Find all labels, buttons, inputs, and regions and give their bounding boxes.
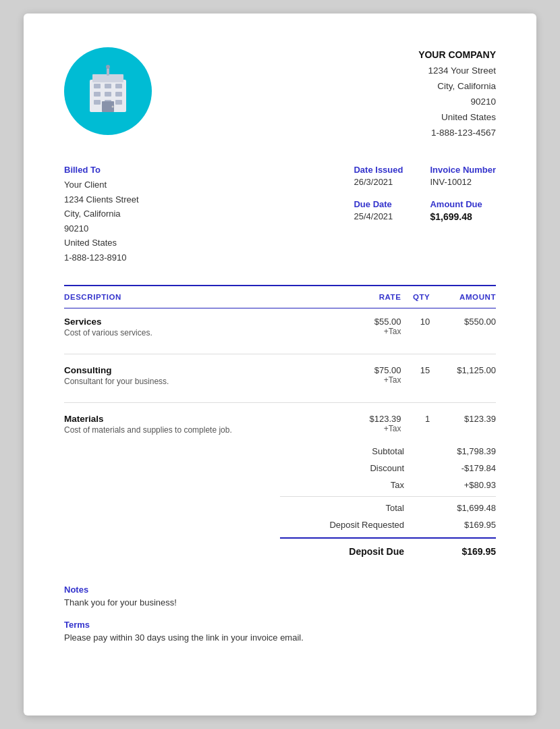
invoice-number-label: Invoice Number <box>430 165 496 175</box>
company-name: YOUR COMPANY <box>418 47 496 63</box>
company-city: City, California <box>418 79 496 94</box>
total-value: $1,699.48 <box>415 503 496 513</box>
item-rate: $55.00 <box>347 317 401 327</box>
row-separator <box>64 394 496 406</box>
date-issued-group: Date Issued 26/3/2021 <box>354 165 403 187</box>
amount-due-label: Amount Due <box>430 199 496 209</box>
company-street: 1234 Your Street <box>418 63 496 79</box>
company-info: YOUR COMPANY 1234 Your Street City, Cali… <box>418 47 496 140</box>
svg-rect-4 <box>94 100 101 105</box>
client-street: 1234 Clients Street <box>64 192 354 207</box>
tax-row: Tax +$80.93 <box>64 477 496 493</box>
item-qty: 1 <box>401 406 430 443</box>
item-desc: Cost of materials and supplies to comple… <box>64 425 347 440</box>
col-qty: QTY <box>401 286 430 308</box>
svg-rect-6 <box>105 92 111 97</box>
svg-rect-9 <box>115 92 122 97</box>
company-phone: 1-888-123-4567 <box>418 126 496 141</box>
amount-due-value: $1,699.48 <box>430 211 496 222</box>
svg-rect-2 <box>94 84 101 88</box>
item-amount: $1,125.00 <box>430 357 496 394</box>
notes-label: Notes <box>64 585 496 595</box>
billing-section: Billed To Your Client 1234 Clients Stree… <box>64 165 496 265</box>
billed-to: Billed To Your Client 1234 Clients Stree… <box>64 165 354 265</box>
deposit-due-label: Deposit Due <box>280 546 415 557</box>
subtotal-row: Subtotal $1,798.39 <box>64 443 496 460</box>
invoice-table: DESCRIPTION RATE QTY AMOUNT Services Cos… <box>64 286 496 443</box>
item-qty: 15 <box>401 357 430 394</box>
due-date-label: Due Date <box>354 199 403 209</box>
svg-rect-3 <box>94 92 101 97</box>
due-date-value: 25/4/2021 <box>354 211 403 221</box>
total-row: Total $1,699.48 <box>64 500 496 516</box>
item-amount: $550.00 <box>430 308 496 346</box>
invoice-number-value: INV-10012 <box>430 177 496 187</box>
notes-section: Notes Thank you for your business! Terms… <box>64 585 496 643</box>
billed-to-label: Billed To <box>64 165 354 175</box>
col-amount: AMOUNT <box>430 286 496 308</box>
date-issued-value: 26/3/2021 <box>354 177 403 187</box>
client-name: Your Client <box>64 178 354 192</box>
client-country: United States <box>64 236 354 250</box>
item-name: Services <box>64 317 347 327</box>
tax-value: +$80.93 <box>415 480 496 490</box>
table-row: Services Cost of various services. $55.0… <box>64 308 496 346</box>
item-desc: Cost of various services. <box>64 328 347 343</box>
item-tax: +Tax <box>347 424 401 433</box>
totals-section: Subtotal $1,798.39 Discount -$179.84 Tax… <box>64 443 496 560</box>
deposit-due-row: Deposit Due $169.95 <box>64 543 496 560</box>
subtotal-label: Subtotal <box>280 446 415 456</box>
deposit-due-value: $169.95 <box>415 546 496 557</box>
amount-due-group: Amount Due $1,699.48 <box>430 199 496 222</box>
table-row: Materials Cost of materials and supplies… <box>64 406 496 443</box>
table-row: Consulting Consultant for your business.… <box>64 357 496 394</box>
deposit-requested-row: Deposit Requested $169.95 <box>64 516 496 533</box>
item-qty: 10 <box>401 308 430 346</box>
client-city: City, California <box>64 207 354 221</box>
invoice-number-group: Invoice Number INV-10012 <box>430 165 496 187</box>
item-name: Materials <box>64 414 347 424</box>
client-info: Your Client 1234 Clients Street City, Ca… <box>64 178 354 265</box>
item-tax: +Tax <box>347 375 401 385</box>
terms-text: Please pay within 30 days using the link… <box>64 632 496 643</box>
header: YOUR COMPANY 1234 Your Street City, Cali… <box>64 47 496 140</box>
discount-row: Discount -$179.84 <box>64 460 496 477</box>
totals-divider-blue <box>280 537 496 539</box>
totals-divider <box>280 496 496 497</box>
notes-text: Thank you for your business! <box>64 597 496 608</box>
company-country: United States <box>418 110 496 126</box>
svg-point-12 <box>112 106 114 108</box>
total-label: Total <box>280 503 415 513</box>
invoice-page: YOUR COMPANY 1234 Your Street City, Cali… <box>24 14 536 716</box>
due-date-group: Due Date 25/4/2021 <box>354 199 403 221</box>
discount-value: -$179.84 <box>415 463 496 473</box>
item-amount: $123.39 <box>430 406 496 443</box>
item-rate: $75.00 <box>347 365 401 375</box>
col-rate: RATE <box>347 286 401 308</box>
svg-rect-8 <box>115 84 122 88</box>
item-rate: $123.39 <box>347 414 401 424</box>
row-separator <box>64 346 496 357</box>
deposit-requested-value: $169.95 <box>415 520 496 530</box>
item-name: Consulting <box>64 365 347 375</box>
item-desc: Consultant for your business. <box>64 377 347 392</box>
client-zip: 90210 <box>64 221 354 236</box>
invoice-meta: Date Issued 26/3/2021 Due Date 25/4/2021… <box>354 165 496 265</box>
deposit-requested-label: Deposit Requested <box>280 520 415 530</box>
svg-point-14 <box>106 65 110 69</box>
svg-rect-10 <box>115 100 122 105</box>
company-zip: 90210 <box>418 94 496 110</box>
client-phone: 1-888-123-8910 <box>64 250 354 265</box>
col-description: DESCRIPTION <box>64 286 347 308</box>
discount-label: Discount <box>280 463 415 473</box>
item-tax: +Tax <box>347 327 401 336</box>
terms-label: Terms <box>64 620 496 630</box>
subtotal-value: $1,798.39 <box>415 446 496 456</box>
table-header-row: DESCRIPTION RATE QTY AMOUNT <box>64 286 496 308</box>
svg-rect-5 <box>105 84 111 88</box>
date-issued-label: Date Issued <box>354 165 403 175</box>
company-logo <box>64 47 152 135</box>
tax-label: Tax <box>280 480 415 490</box>
